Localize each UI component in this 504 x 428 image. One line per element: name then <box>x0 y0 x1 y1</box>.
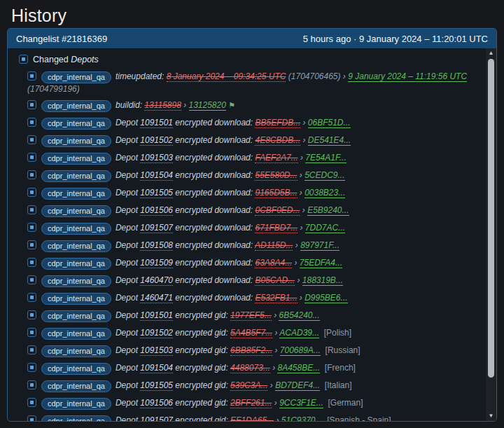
depot-link[interactable]: 1091506 <box>140 398 173 408</box>
depot-badge[interactable]: cdpr_internal_qa <box>41 345 111 357</box>
depot-link[interactable]: 1091504 <box>140 170 173 181</box>
row-text: encrypted download: <box>173 170 255 180</box>
row-text: buildid: <box>115 100 144 110</box>
depot-link[interactable]: 1091507 <box>140 223 173 233</box>
separator: › <box>298 223 305 233</box>
depot-badge[interactable]: cdpr_internal_qa <box>41 118 111 130</box>
row-text: encrypted download: <box>173 135 255 145</box>
row-text: Depot <box>115 118 140 127</box>
depot-link[interactable]: 1091501 <box>140 118 173 128</box>
depot-badge[interactable]: cdpr_internal_qa <box>41 328 111 340</box>
new-value[interactable]: 7DD7AC... <box>305 223 345 233</box>
depot-badge[interactable]: cdpr_internal_qa <box>41 205 111 217</box>
depot-link[interactable]: 1091503 <box>140 345 173 356</box>
depot-link[interactable]: 1091503 <box>140 153 173 163</box>
expander-dot-icon <box>30 331 34 334</box>
expander-dot-icon <box>30 313 34 317</box>
depot-link[interactable]: 1091506 <box>140 205 173 216</box>
depot-badge[interactable]: cdpr_internal_qa <box>41 153 111 165</box>
expander-icon[interactable] <box>27 415 36 421</box>
depot-badge[interactable]: cdpr_internal_qa <box>41 188 111 200</box>
depot-link[interactable]: 1091502 <box>140 135 173 146</box>
depot-badge[interactable]: cdpr_internal_qa <box>41 258 111 270</box>
depot-badge[interactable]: cdpr_internal_qa <box>41 415 111 421</box>
row-text: Depot <box>115 380 140 390</box>
row-text: encrypted download: <box>173 240 255 250</box>
expander-icon[interactable] <box>27 398 36 407</box>
new-value[interactable]: 0038B23... <box>304 188 345 198</box>
new-value[interactable]: 700689A... <box>280 345 321 356</box>
expander-icon[interactable] <box>27 170 36 179</box>
new-value[interactable]: 6B54240... <box>279 310 319 321</box>
depot-badge[interactable]: cdpr_internal_qa <box>41 240 111 252</box>
row-text: encrypted download: <box>173 293 255 303</box>
new-value[interactable]: 75EDFA4... <box>300 258 342 268</box>
scrollbar[interactable]: ▲ ▼ <box>486 48 496 421</box>
new-value[interactable]: ACAD39... <box>279 328 319 338</box>
depot-badge[interactable]: cdpr_internal_qa <box>41 223 111 235</box>
expander-icon[interactable] <box>27 310 36 319</box>
old-value: BB5EFDB... <box>255 118 300 128</box>
expander-icon[interactable] <box>27 188 36 197</box>
new-value[interactable]: 8A458BE... <box>277 363 320 373</box>
new-value[interactable]: E5B9240... <box>307 205 349 216</box>
depot-badge[interactable]: cdpr_internal_qa <box>41 135 111 147</box>
new-value[interactable]: 9 January 2024 – 11:19:56 UTC <box>348 71 467 82</box>
new-value[interactable]: DE541E4... <box>308 135 351 146</box>
depot-link[interactable]: 1091505 <box>140 188 173 198</box>
depot-badge[interactable]: cdpr_internal_qa <box>41 71 111 83</box>
expander-icon[interactable] <box>27 275 36 284</box>
depot-badge[interactable]: cdpr_internal_qa <box>41 310 111 322</box>
changelist-link[interactable]: Changelist #21816369 <box>16 34 107 44</box>
depot-link[interactable]: 1091508 <box>140 240 173 251</box>
expander-icon[interactable] <box>27 205 36 214</box>
new-value[interactable]: 188319B... <box>302 275 343 286</box>
history-row: cdpr_internal_qaDepot 1091503 encrypted … <box>27 345 471 357</box>
row-text: Depot <box>115 135 140 145</box>
history-row: cdpr_internal_qaDepot 1091504 encrypted … <box>27 170 471 182</box>
new-value[interactable]: D995BE6... <box>304 293 347 303</box>
depot-link[interactable]: 1091501 <box>140 310 173 321</box>
depot-link[interactable]: 1091504 <box>140 363 173 373</box>
new-value[interactable]: 7E54A1F... <box>305 153 346 163</box>
expander-icon[interactable] <box>27 71 36 81</box>
expander-icon[interactable] <box>27 135 36 144</box>
new-value[interactable]: 13125820 <box>189 100 226 111</box>
expander-icon[interactable] <box>27 100 36 109</box>
expander-icon[interactable] <box>27 223 36 232</box>
depot-link[interactable]: 1091509 <box>140 258 173 268</box>
expander-icon[interactable] <box>27 363 36 372</box>
row-text: timeupdated: <box>115 71 167 81</box>
scroll-down-icon[interactable]: ▼ <box>486 411 496 421</box>
depot-link[interactable]: 1460471 <box>140 293 173 303</box>
depot-badge[interactable]: cdpr_internal_qa <box>41 100 111 112</box>
expander-icon[interactable] <box>27 153 36 162</box>
depot-link[interactable]: 1091505 <box>140 380 173 391</box>
expander-icon[interactable] <box>19 55 28 64</box>
new-value[interactable]: 9CC3F1E... <box>279 398 323 408</box>
depot-link[interactable]: 1091502 <box>140 328 173 338</box>
expander-icon[interactable] <box>27 380 36 389</box>
expander-icon[interactable] <box>27 293 36 302</box>
depot-link[interactable]: 1091507 <box>140 415 173 421</box>
expander-icon[interactable] <box>27 240 36 249</box>
new-value[interactable]: 51C9370... <box>281 415 323 421</box>
depot-badge[interactable]: cdpr_internal_qa <box>41 398 111 410</box>
depot-badge[interactable]: cdpr_internal_qa <box>41 275 111 287</box>
depot-badge[interactable]: cdpr_internal_qa <box>41 363 111 375</box>
expander-icon[interactable] <box>27 345 36 354</box>
depot-badge[interactable]: cdpr_internal_qa <box>41 293 111 305</box>
scrollbar-thumb[interactable] <box>488 59 494 378</box>
expander-icon[interactable] <box>27 258 36 267</box>
depot-badge[interactable]: cdpr_internal_qa <box>41 170 111 182</box>
new-value[interactable]: 897971F... <box>300 240 340 251</box>
expander-icon[interactable] <box>27 118 36 127</box>
scroll-up-icon[interactable]: ▲ <box>486 48 496 58</box>
new-value[interactable]: 06BF51D... <box>308 118 351 128</box>
depot-badge[interactable]: cdpr_internal_qa <box>41 380 111 392</box>
new-value[interactable]: 5CEDC9... <box>304 170 344 181</box>
depot-link[interactable]: 1460470 <box>140 275 173 286</box>
patchnotes-flag-icon[interactable]: ⚑ <box>228 101 235 109</box>
new-value[interactable]: BD7DEF4... <box>275 380 320 391</box>
expander-icon[interactable] <box>27 328 36 337</box>
